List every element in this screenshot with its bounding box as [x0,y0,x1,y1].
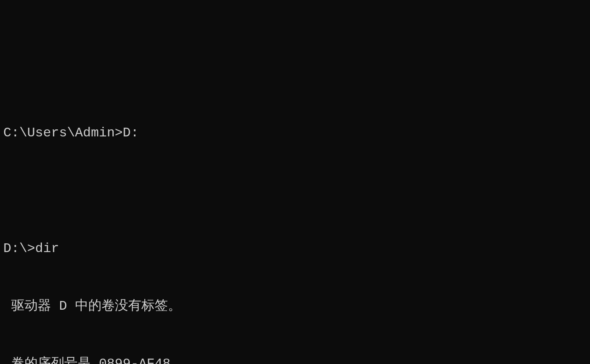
command-1: D: [123,125,138,141]
prompt-path-2: D:\> [3,241,35,256]
prompt-line-1: C:\Users\Admin>D: [3,124,587,143]
prompt-line-2: D:\>dir [3,239,587,258]
terminal-output[interactable]: C:\Users\Admin>D: D:\>dir 驱动器 D 中的卷没有标签。… [3,85,587,364]
volume-serial-line: 卷的序列号是 0899-AF48 [3,354,587,364]
blank-line [3,182,587,201]
volume-label-line: 驱动器 D 中的卷没有标签。 [3,297,587,316]
prompt-path-1: C:\Users\Admin> [3,125,123,141]
command-2: dir [35,241,59,256]
